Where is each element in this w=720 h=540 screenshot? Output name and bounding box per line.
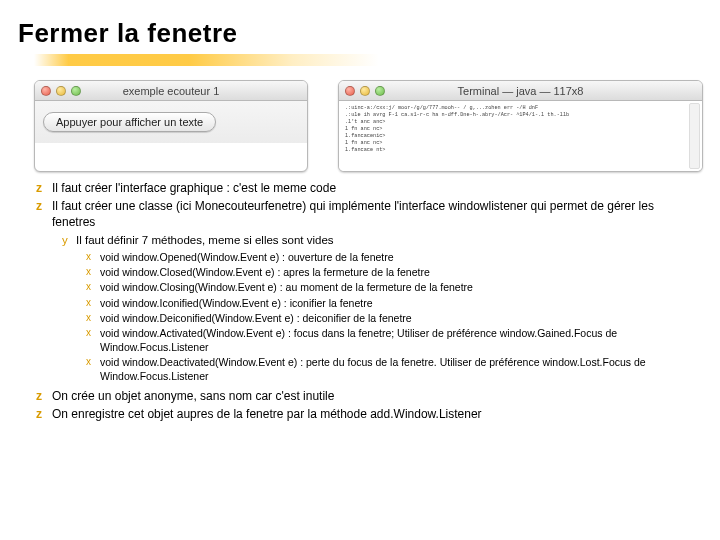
- bullet-lvl3: x void window.Activated(Window.Event e) …: [86, 326, 700, 354]
- bullet-lvl1: z Il faut créer l'interface graphique : …: [36, 180, 700, 196]
- bullet-lvl1: z Il faut créer une classe (ici Monecout…: [36, 198, 700, 230]
- bullet-z-icon: z: [36, 198, 52, 230]
- title-underline: [34, 54, 379, 66]
- terminal-window: Terminal — java — 117x8 .:uinc-a:/cxx:j/…: [338, 80, 703, 172]
- bullet-lvl1: z On crée un objet anonyme, sans nom car…: [36, 388, 700, 404]
- bullet-text: Il faut définir 7 méthodes, meme si elle…: [76, 233, 334, 249]
- bullet-lvl3: x void window.Deiconified(Window.Event e…: [86, 311, 700, 325]
- window-titlebar: Terminal — java — 117x8: [339, 81, 702, 101]
- terminal-line: .:ule ih avrg F-1 ca.s1-r-c ha n-dff.Dne…: [345, 112, 696, 119]
- window-title: Terminal — java — 117x8: [339, 85, 702, 97]
- scrollbar[interactable]: [689, 103, 700, 169]
- bullet-text: On enregistre cet objet aupres de la fen…: [52, 406, 482, 422]
- bullet-x-icon: x: [86, 280, 100, 294]
- bullet-lvl3: x void window.Opened(Window.Event e) : o…: [86, 250, 700, 264]
- terminal-line: l.fancacenic>: [345, 133, 696, 140]
- bullet-lvl1: z On enregistre cet objet aupres de la f…: [36, 406, 700, 422]
- bullet-text: void window.Closed(Window.Event e) : apr…: [100, 265, 430, 279]
- window-body: Appuyer pour afficher un texte: [35, 101, 307, 143]
- traffic-lights: [345, 86, 385, 96]
- bullet-x-icon: x: [86, 311, 100, 325]
- zoom-icon[interactable]: [71, 86, 81, 96]
- slide-title: Fermer la fenetre: [18, 18, 237, 49]
- bullet-text: void window.Deactivated(Window.Event e) …: [100, 355, 700, 383]
- bullet-text: void window.Iconified(Window.Event e) : …: [100, 296, 373, 310]
- minimize-icon[interactable]: [360, 86, 370, 96]
- terminal-line: .:uinc-a:/cxx:j/ moor-/g/g/777.mooh-- / …: [345, 105, 696, 112]
- bullet-text: On crée un objet anonyme, sans nom car c…: [52, 388, 334, 404]
- bullet-x-icon: x: [86, 326, 100, 354]
- slide-title-wrap: Fermer la fenetre: [18, 18, 237, 49]
- bullet-z-icon: z: [36, 180, 52, 196]
- close-icon[interactable]: [41, 86, 51, 96]
- traffic-lights: [41, 86, 81, 96]
- bullet-x-icon: x: [86, 355, 100, 383]
- bullet-x-icon: x: [86, 296, 100, 310]
- bullet-text: void window.Opened(Window.Event e) : ouv…: [100, 250, 394, 264]
- example-window-left: exemple ecouteur 1 Appuyer pour afficher…: [34, 80, 308, 172]
- close-icon[interactable]: [345, 86, 355, 96]
- terminal-line: l fn anc nc>: [345, 126, 696, 133]
- slide-content: z Il faut créer l'interface graphique : …: [36, 180, 700, 424]
- minimize-icon[interactable]: [56, 86, 66, 96]
- show-text-button[interactable]: Appuyer pour afficher un texte: [43, 112, 216, 132]
- bullet-text: void window.Closing(Window.Event e) : au…: [100, 280, 473, 294]
- terminal-line: .l't anc anc>: [345, 119, 696, 126]
- bullet-lvl3: x void window.Closing(Window.Event e) : …: [86, 280, 700, 294]
- bullet-z-icon: z: [36, 406, 52, 422]
- bullet-lvl3: x void window.Iconified(Window.Event e) …: [86, 296, 700, 310]
- screenshot-row: exemple ecouteur 1 Appuyer pour afficher…: [34, 80, 703, 172]
- bullet-z-icon: z: [36, 388, 52, 404]
- bullet-y-icon: y: [62, 233, 76, 249]
- bullet-x-icon: x: [86, 265, 100, 279]
- bullet-x-icon: x: [86, 250, 100, 264]
- bullet-text: Il faut créer une classe (ici Monecouteu…: [52, 198, 700, 230]
- bullet-text: void window.Activated(Window.Event e) : …: [100, 326, 700, 354]
- bullet-lvl3: x void window.Closed(Window.Event e) : a…: [86, 265, 700, 279]
- bullet-lvl3: x void window.Deactivated(Window.Event e…: [86, 355, 700, 383]
- terminal-body: .:uinc-a:/cxx:j/ moor-/g/g/777.mooh-- / …: [339, 101, 702, 171]
- terminal-line: l fn anc nc>: [345, 140, 696, 147]
- bullet-text: void window.Deiconified(Window.Event e) …: [100, 311, 412, 325]
- terminal-line: l.fancace nt>: [345, 147, 696, 154]
- window-titlebar: exemple ecouteur 1: [35, 81, 307, 101]
- bullet-text: Il faut créer l'interface graphique : c'…: [52, 180, 336, 196]
- zoom-icon[interactable]: [375, 86, 385, 96]
- bullet-lvl2: y Il faut définir 7 méthodes, meme si el…: [62, 233, 700, 249]
